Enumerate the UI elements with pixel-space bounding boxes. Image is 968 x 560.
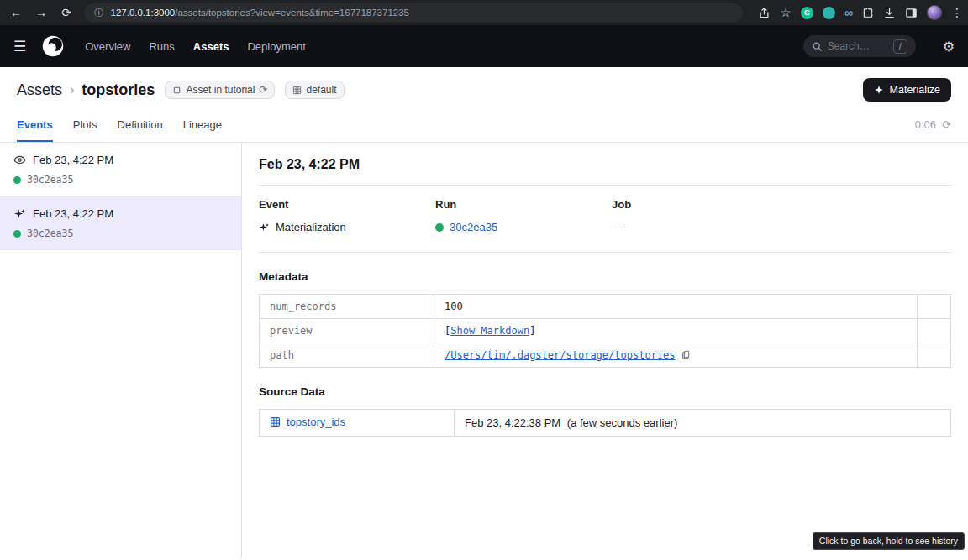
- show-markdown-link[interactable]: Show Markdown: [450, 325, 529, 337]
- source-time: Feb 23, 4:22:38 PM: [465, 416, 560, 429]
- tab-events[interactable]: Events: [17, 118, 53, 142]
- timer-refresh-icon[interactable]: ⟳: [942, 118, 951, 131]
- source-data-heading: Source Data: [259, 385, 951, 398]
- dagster-logo[interactable]: [41, 34, 65, 58]
- event-column: Event Materialization: [259, 198, 435, 233]
- metadata-key: preview: [260, 319, 434, 343]
- app-nav: ☰ Overview Runs Assets Deployment / ⚙: [0, 25, 968, 67]
- refresh-countdown: 0:06: [915, 118, 936, 131]
- content: Feb 23, 4:22 PM 30c2ea35 Feb 23, 4:22 PM…: [0, 143, 968, 558]
- browser-reload-button[interactable]: ⟳: [59, 0, 74, 25]
- event-column-label: Event: [259, 198, 435, 211]
- run-status-dot: [13, 176, 21, 184]
- metadata-value: 100: [434, 295, 918, 319]
- job-value: —: [612, 221, 623, 233]
- source-time-note: (a few seconds earlier): [567, 416, 678, 429]
- job-column-label: Job: [612, 198, 951, 211]
- metadata-spacer-cell: [918, 295, 951, 319]
- browser-actions: ☆ G ∞ ⋮: [758, 0, 960, 25]
- browser-toolbar: ← → ⟳ ⓘ 127.0.0.1:3000/assets/topstories…: [0, 0, 968, 25]
- teal-extension-icon[interactable]: [823, 7, 835, 19]
- divider: [259, 252, 951, 253]
- table-row: preview [Show Markdown]: [260, 319, 951, 343]
- browser-forward-button[interactable]: →: [34, 0, 49, 25]
- job-column: Job —: [612, 198, 951, 233]
- event-detail-title: Feb 23, 4:22 PM: [259, 157, 951, 172]
- grammarly-extension-icon[interactable]: G: [801, 7, 813, 19]
- breadcrumb-assets-link[interactable]: Assets: [17, 81, 62, 99]
- event-list-item-observation[interactable]: Feb 23, 4:22 PM 30c2ea35: [0, 143, 241, 196]
- browser-menu-icon[interactable]: ⋮: [951, 0, 960, 25]
- source-asset-name: topstory_ids: [287, 416, 345, 428]
- materialize-button[interactable]: Materialize: [863, 78, 951, 102]
- profile-avatar[interactable]: [927, 5, 942, 20]
- tab-lineage[interactable]: Lineage: [183, 118, 222, 142]
- bracket: ]: [529, 325, 535, 337]
- run-id: 30c2ea35: [27, 228, 73, 239]
- source-time-cell: Feb 23, 4:22:38 PM (a few seconds earlie…: [455, 410, 951, 437]
- refresh-timer: 0:06 ⟳: [915, 118, 951, 142]
- tabs-bar: Events Plots Definition Lineage 0:06 ⟳: [0, 108, 968, 143]
- table-icon: [270, 416, 281, 427]
- event-type-value: Materialization: [276, 221, 346, 233]
- nav-item-deployment[interactable]: Deployment: [247, 40, 305, 53]
- extensions-puzzle-icon[interactable]: [862, 7, 874, 18]
- event-sidebar: Feb 23, 4:22 PM 30c2ea35 Feb 23, 4:22 PM…: [0, 143, 242, 558]
- run-id-link[interactable]: 30c2ea35: [450, 221, 497, 233]
- metadata-spacer-cell: [918, 319, 951, 343]
- metadata-heading: Metadata: [259, 270, 951, 283]
- table-row: topstory_ids Feb 23, 4:22:38 PM (a few s…: [260, 410, 951, 437]
- url-host: 127.0.0.1:3000: [111, 8, 176, 18]
- nav-item-assets[interactable]: Assets: [193, 40, 229, 53]
- copy-icon[interactable]: [681, 349, 692, 360]
- settings-gear-icon[interactable]: ⚙: [943, 39, 955, 55]
- tag-refresh-icon[interactable]: ⟳: [259, 84, 267, 96]
- page-title: topstories: [82, 81, 155, 99]
- table-row: num_records 100: [260, 295, 951, 319]
- nav-item-runs[interactable]: Runs: [149, 40, 174, 53]
- tab-plots[interactable]: Plots: [73, 118, 97, 142]
- metadata-value: [Show Markdown]: [434, 319, 918, 343]
- side-panel-icon[interactable]: [905, 7, 918, 19]
- bookmark-star-icon[interactable]: ☆: [780, 0, 792, 25]
- address-bar[interactable]: ⓘ 127.0.0.1:3000/assets/topstories?view=…: [84, 3, 743, 22]
- run-column: Run 30c2ea35: [435, 198, 612, 233]
- divider: [259, 185, 951, 186]
- materialize-star-icon: [874, 85, 884, 95]
- search-input[interactable]: [828, 40, 888, 52]
- breadcrumb-separator: ›: [70, 82, 74, 97]
- search-shortcut-key: /: [893, 39, 908, 54]
- asset-tutorial-tag[interactable]: Asset in tutorial ⟳: [165, 81, 275, 99]
- nav-item-overview[interactable]: Overview: [85, 40, 130, 53]
- asset-tutorial-tag-label: Asset in tutorial: [186, 84, 255, 96]
- group-default-tag[interactable]: default: [285, 81, 344, 99]
- hamburger-menu-icon[interactable]: ☰: [13, 38, 26, 55]
- back-history-tooltip: Click to go back, hold to see history: [813, 532, 965, 550]
- page-header: Assets › topstories Asset in tutorial ⟳ …: [0, 67, 968, 108]
- tab-definition[interactable]: Definition: [118, 118, 163, 142]
- site-info-icon[interactable]: ⓘ: [94, 7, 104, 19]
- browser-back-button[interactable]: ←: [8, 0, 24, 25]
- run-column-label: Run: [435, 198, 612, 211]
- page-url: 127.0.0.1:3000/assets/topstories?view=ev…: [111, 8, 410, 18]
- url-path: /assets/topstories?view=events&time=1677…: [175, 8, 409, 18]
- grid-icon: [292, 86, 302, 95]
- event-list-item-materialization[interactable]: Feb 23, 4:22 PM 30c2ea35: [0, 196, 241, 250]
- metadata-value: /Users/tim/.dagster/storage/topstories: [434, 343, 918, 368]
- materialization-star-icon: [13, 207, 26, 220]
- materialize-button-label: Materialize: [890, 84, 940, 96]
- global-search[interactable]: /: [803, 35, 916, 57]
- metadata-table: num_records 100 preview [Show Markdown] …: [259, 294, 951, 368]
- source-asset-link[interactable]: topstory_ids: [270, 416, 345, 428]
- infinity-extension-icon[interactable]: ∞: [844, 6, 853, 19]
- run-status-dot: [435, 223, 444, 232]
- metadata-spacer-cell: [918, 343, 951, 368]
- metadata-key: path: [260, 343, 434, 368]
- path-link[interactable]: /Users/tim/.dagster/storage/topstories: [445, 349, 676, 361]
- run-id: 30c2ea35: [27, 174, 73, 186]
- downloads-icon[interactable]: [883, 7, 896, 19]
- share-icon[interactable]: [758, 7, 771, 19]
- search-icon: [812, 41, 823, 52]
- event-info-grid: Event Materialization Run 30c2ea35 Job —: [259, 198, 951, 233]
- event-time: Feb 23, 4:22 PM: [33, 154, 113, 166]
